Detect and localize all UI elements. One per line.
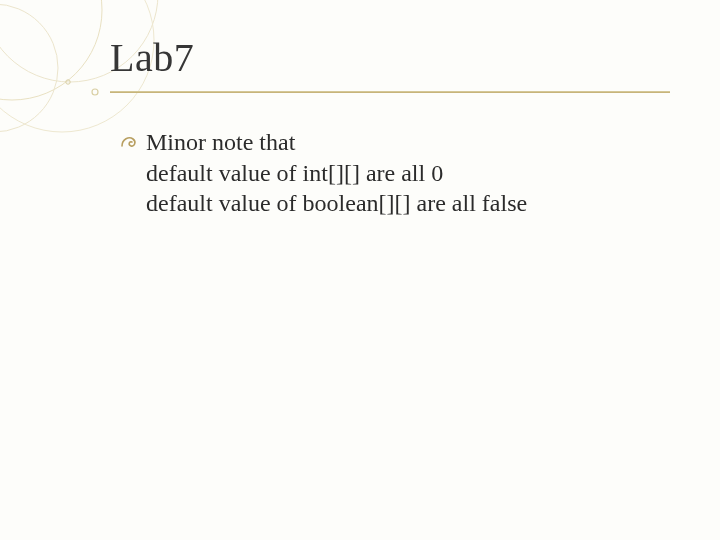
bullet-item: Minor note that default value of int[][]… [120, 127, 660, 219]
bullet-line-2: default value of int[][] are all 0 [146, 158, 527, 189]
bullet-text: Minor note that default value of int[][]… [146, 127, 527, 219]
bullet-line-3: default value of boolean[][] are all fal… [146, 188, 527, 219]
page-title: Lab7 [110, 34, 660, 81]
title-divider [110, 91, 670, 93]
slide-content: Lab7 Minor note that default value of in… [0, 0, 720, 540]
swirl-bullet-icon [120, 133, 146, 155]
bullet-line-1: Minor note that [146, 127, 527, 158]
